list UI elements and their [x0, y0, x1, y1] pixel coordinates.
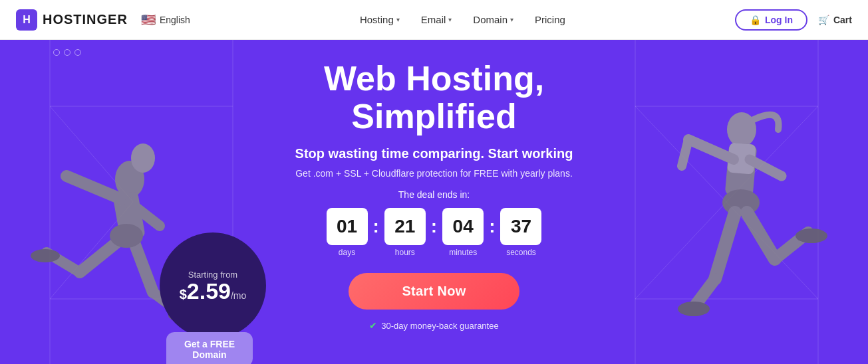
hero-content: Web Hosting, Simplified Stop wasting tim…: [248, 60, 621, 331]
svg-point-37: [678, 302, 710, 316]
separator-3: :: [489, 216, 495, 237]
nav-item-pricing[interactable]: Pricing: [535, 14, 565, 25]
separator-1: :: [373, 216, 379, 237]
logo-letter: H: [23, 14, 31, 26]
svg-line-29: [688, 139, 734, 159]
free-domain-badge: Get a FREE Domain: [166, 332, 253, 364]
nav-domain-label: Domain: [473, 14, 507, 25]
window-dot-1: [53, 49, 60, 56]
navbar: H HOSTINGER 🇺🇸 English Hosting ▾ Email ▾…: [0, 0, 868, 40]
pricing-badge: Starting from $ 2.59 /mo Get a FREE Doma…: [160, 232, 266, 364]
pricing-amount-row: $ 2.59 /mo: [180, 280, 247, 302]
deal-ends-label: The deal ends in:: [248, 189, 621, 200]
nav-item-domain[interactable]: Domain ▾: [473, 14, 513, 25]
seconds-label: seconds: [506, 248, 536, 257]
pricing-amount: 2.59: [187, 280, 231, 302]
countdown-minutes: 04 minutes: [442, 208, 484, 257]
hero-title: Web Hosting, Simplified: [248, 60, 621, 136]
countdown-hours: 21 hours: [384, 208, 426, 257]
window-dots: [53, 49, 81, 56]
language-selector[interactable]: 🇺🇸 English: [141, 13, 190, 27]
svg-line-34: [695, 279, 715, 306]
nav-item-hosting[interactable]: Hosting ▾: [360, 14, 400, 25]
pricing-circle: Starting from $ 2.59 /mo: [160, 232, 266, 339]
days-value: 01: [327, 208, 368, 245]
minutes-value: 04: [442, 208, 484, 245]
cart-icon: 🛒: [818, 15, 829, 25]
countdown-seconds: 37 seconds: [500, 208, 541, 257]
navbar-right: 🔒 Log In 🛒 Cart: [735, 9, 852, 31]
logo[interactable]: H HOSTINGER: [16, 9, 128, 31]
cta-button-wrapper: Start Now: [248, 273, 621, 320]
cart-label: Cart: [833, 15, 852, 25]
hours-value: 21: [384, 208, 426, 245]
nav-item-email[interactable]: Email ▾: [421, 14, 452, 25]
chevron-down-icon: ▾: [448, 16, 452, 23]
svg-point-15: [131, 143, 155, 173]
hours-label: hours: [395, 248, 415, 257]
language-label: English: [160, 15, 190, 25]
login-button[interactable]: 🔒 Log In: [735, 9, 807, 31]
navbar-left: H HOSTINGER 🇺🇸 English: [16, 9, 190, 31]
minutes-label: minutes: [449, 248, 477, 257]
days-label: days: [339, 248, 355, 257]
hero-description: Get .com + SSL + Cloudflare protection f…: [248, 168, 621, 179]
money-back-label: 30-day money-back guarantee: [381, 321, 498, 331]
nav-menu: Hosting ▾ Email ▾ Domain ▾ Pricing: [360, 14, 565, 25]
lock-icon: 🔒: [750, 15, 761, 25]
svg-point-23: [110, 224, 143, 248]
cart-button[interactable]: 🛒 Cart: [818, 15, 852, 25]
hero-subtitle: Stop wasting time comparing. Start worki…: [248, 146, 621, 161]
hero-section: Starting from $ 2.59 /mo Get a FREE Doma…: [0, 40, 868, 364]
svg-point-38: [796, 228, 827, 243]
free-domain-line2: Domain: [177, 349, 242, 360]
free-domain-line1: Get a FREE: [177, 339, 242, 349]
svg-line-30: [682, 139, 688, 166]
checkmark-icon: ✔: [369, 320, 377, 331]
svg-line-33: [715, 213, 735, 279]
dollar-sign: $: [180, 287, 187, 302]
seconds-value: 37: [500, 208, 541, 245]
nav-email-label: Email: [421, 14, 446, 25]
start-now-button[interactable]: Start Now: [349, 273, 519, 310]
logo-icon: H: [16, 9, 37, 31]
separator-2: :: [431, 216, 437, 237]
chevron-down-icon: ▾: [510, 16, 513, 23]
countdown-days: 01 days: [327, 208, 368, 257]
window-dot-3: [74, 49, 81, 56]
chevron-down-icon: ▾: [396, 16, 400, 23]
window-dot-2: [64, 49, 71, 56]
nav-pricing-label: Pricing: [535, 14, 565, 25]
countdown-timer: 01 days : 21 hours : 04 minutes : 37 sec…: [248, 208, 621, 257]
svg-point-24: [31, 249, 60, 262]
logo-text: HOSTINGER: [43, 12, 128, 27]
svg-line-35: [747, 213, 775, 259]
pricing-per-mo: /mo: [231, 290, 246, 301]
nav-hosting-label: Hosting: [360, 14, 394, 25]
login-label: Log In: [765, 15, 793, 25]
flag-icon: 🇺🇸: [141, 13, 156, 27]
money-back-guarantee: ✔ 30-day money-back guarantee: [248, 320, 621, 331]
runner-right-figure: [675, 80, 861, 364]
